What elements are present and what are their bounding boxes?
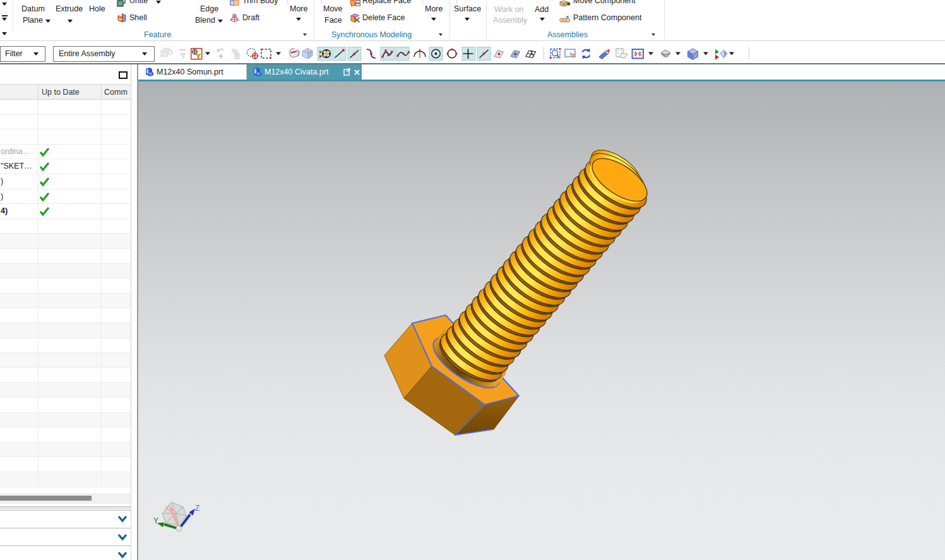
svg-text:Y: Y (153, 516, 158, 525)
svg-text:Z: Z (195, 504, 199, 513)
svg-text:X: X (165, 504, 170, 512)
